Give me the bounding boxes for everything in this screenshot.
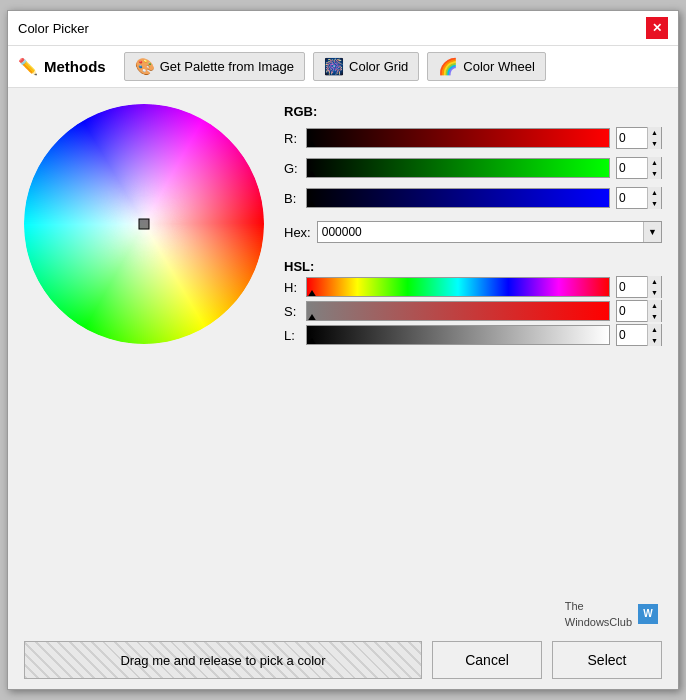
b-spinbox-down[interactable]: ▼	[648, 198, 661, 209]
r-input[interactable]	[617, 131, 647, 145]
s-spinbox-up[interactable]: ▲	[648, 300, 661, 311]
s-input[interactable]	[617, 304, 647, 318]
b-slider-row: B: ▲ ▼	[284, 187, 662, 209]
watermark-line2: WindowsClub	[565, 616, 632, 628]
h-spinbox[interactable]: ▲ ▼	[616, 276, 662, 298]
wheel-icon: 🌈	[438, 57, 458, 76]
l-label: L:	[284, 328, 300, 343]
r-slider-track[interactable]	[306, 128, 610, 148]
color-grid-button[interactable]: 🎆 Color Grid	[313, 52, 419, 81]
r-slider-thumb[interactable]	[307, 141, 317, 148]
l-slider-thumb[interactable]	[307, 338, 317, 345]
l-input[interactable]	[617, 328, 647, 342]
grid-icon: 🎆	[324, 57, 344, 76]
watermark-line1: The	[565, 600, 584, 612]
l-spinbox-down[interactable]: ▼	[648, 335, 661, 346]
h-spinbox-down[interactable]: ▼	[648, 287, 661, 298]
get-palette-button[interactable]: 🎨 Get Palette from Image	[124, 52, 305, 81]
g-spinbox-up[interactable]: ▲	[648, 157, 661, 168]
color-wheel-button[interactable]: 🌈 Color Wheel	[427, 52, 546, 81]
b-spinbox-up[interactable]: ▲	[648, 187, 661, 198]
toolbar: ✏️ Methods 🎨 Get Palette from Image 🎆 Co…	[8, 46, 678, 88]
s-slider-thumb[interactable]	[307, 314, 317, 321]
l-slider-row: L: ▲ ▼	[284, 324, 662, 346]
select-button[interactable]: Select	[552, 641, 662, 679]
watermark: The WindowsClub W	[24, 598, 662, 629]
color-picker-dialog: Color Picker ✕ ✏️ Methods 🎨 Get Palette …	[7, 10, 679, 690]
button-row: Drag me and release to pick a color Canc…	[24, 641, 662, 679]
h-spinbox-arrows: ▲ ▼	[647, 276, 661, 298]
dialog-title: Color Picker	[18, 21, 89, 36]
r-label: R:	[284, 131, 300, 146]
hex-row: Hex: ▼	[284, 221, 662, 243]
r-spinbox[interactable]: ▲ ▼	[616, 127, 662, 149]
b-label: B:	[284, 191, 300, 206]
hex-dropdown-button[interactable]: ▼	[643, 222, 661, 242]
r-slider-row: R: ▲ ▼	[284, 127, 662, 149]
hsl-label: HSL:	[284, 259, 662, 274]
s-slider-wrapper[interactable]	[306, 301, 610, 321]
s-spinbox-down[interactable]: ▼	[648, 311, 661, 322]
b-spinbox[interactable]: ▲ ▼	[616, 187, 662, 209]
color-wheel-container[interactable]	[24, 104, 264, 344]
h-slider-wrapper[interactable]	[306, 277, 610, 297]
footer-area: The WindowsClub W Drag me and release to…	[8, 588, 678, 689]
r-slider-wrapper[interactable]	[306, 128, 610, 148]
s-label: S:	[284, 304, 300, 319]
s-slider-track[interactable]	[306, 301, 610, 321]
hsl-section: HSL: H: ▲ ▼	[284, 259, 662, 348]
l-spinbox-arrows: ▲ ▼	[647, 324, 661, 346]
r-spinbox-arrows: ▲ ▼	[647, 127, 661, 149]
hex-input-wrapper[interactable]: ▼	[317, 221, 662, 243]
g-slider-wrapper[interactable]	[306, 158, 610, 178]
controls-panel: RGB: R: ▲ ▼ G:	[284, 104, 662, 572]
l-spinbox-up[interactable]: ▲	[648, 324, 661, 335]
s-spinbox[interactable]: ▲ ▼	[616, 300, 662, 322]
close-button[interactable]: ✕	[646, 17, 668, 39]
title-bar: Color Picker ✕	[8, 11, 678, 46]
l-slider-track[interactable]	[306, 325, 610, 345]
g-slider-thumb[interactable]	[307, 171, 317, 178]
g-label: G:	[284, 161, 300, 176]
cancel-button[interactable]: Cancel	[432, 641, 542, 679]
r-spinbox-up[interactable]: ▲	[648, 127, 661, 138]
b-slider-track[interactable]	[306, 188, 610, 208]
b-input[interactable]	[617, 191, 647, 205]
r-spinbox-down[interactable]: ▼	[648, 138, 661, 149]
g-spinbox[interactable]: ▲ ▼	[616, 157, 662, 179]
watermark-text: The WindowsClub	[565, 598, 632, 629]
h-input[interactable]	[617, 280, 647, 294]
h-slider-thumb[interactable]	[307, 290, 317, 297]
h-slider-track[interactable]	[306, 277, 610, 297]
windowsclub-icon: W	[638, 604, 658, 624]
l-spinbox[interactable]: ▲ ▼	[616, 324, 662, 346]
g-spinbox-down[interactable]: ▼	[648, 168, 661, 179]
g-spinbox-arrows: ▲ ▼	[647, 157, 661, 179]
palette-icon: 🎨	[135, 57, 155, 76]
hex-input[interactable]	[318, 225, 643, 239]
l-slider-wrapper[interactable]	[306, 325, 610, 345]
h-spinbox-up[interactable]: ▲	[648, 276, 661, 287]
h-label: H:	[284, 280, 300, 295]
b-slider-wrapper[interactable]	[306, 188, 610, 208]
g-slider-row: G: ▲ ▼	[284, 157, 662, 179]
h-slider-row: H: ▲ ▼	[284, 276, 662, 298]
g-input[interactable]	[617, 161, 647, 175]
b-spinbox-arrows: ▲ ▼	[647, 187, 661, 209]
methods-label: ✏️ Methods	[18, 57, 106, 76]
rgb-label: RGB:	[284, 104, 662, 119]
hex-label: Hex:	[284, 225, 311, 240]
color-wheel-canvas[interactable]	[24, 104, 264, 344]
main-content: RGB: R: ▲ ▼ G:	[8, 88, 678, 588]
s-spinbox-arrows: ▲ ▼	[647, 300, 661, 322]
s-slider-row: S: ▲ ▼	[284, 300, 662, 322]
pencil-icon: ✏️	[18, 57, 38, 76]
g-slider-track[interactable]	[306, 158, 610, 178]
b-slider-thumb[interactable]	[307, 201, 317, 208]
drag-to-pick-button[interactable]: Drag me and release to pick a color	[24, 641, 422, 679]
